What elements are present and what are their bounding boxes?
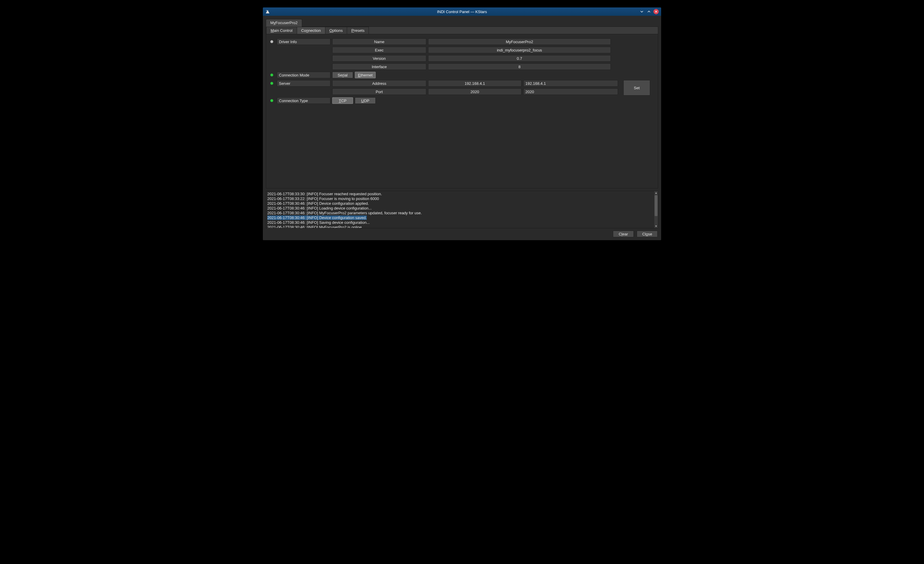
- server-row: Server AddressPort 192.168.4.12020 Set: [269, 80, 655, 96]
- app-window: INDI Control Panel — KStars MyFocuserPro…: [262, 7, 662, 240]
- app-icon: [265, 9, 270, 14]
- log-line: 2021-06-17T08:33:30: [INFO] Focuser reac…: [267, 192, 653, 196]
- server-led: [270, 82, 273, 85]
- connection-mode-row: Connection Mode SerialEthernet: [269, 72, 655, 78]
- driver-info-label: Name: [332, 38, 426, 45]
- log-line: 2021-06-17T08:30:46: [INFO] Device confi…: [267, 216, 653, 220]
- connection-type-row: Connection Type TCPUDP: [269, 98, 655, 104]
- device-tab-myfocuserpro2[interactable]: MyFocuserPro2: [266, 19, 302, 27]
- driver-info-label: Version: [332, 55, 426, 62]
- log-line: 2021-06-17T08:30:46: [INFO] MyFocuserPro…: [267, 225, 653, 228]
- close-button[interactable]: Close: [637, 231, 658, 237]
- server-value: 2020: [428, 88, 522, 95]
- driver-info-label: Interface: [332, 63, 426, 70]
- driver-info-value: 0.7: [428, 55, 611, 62]
- connection-mode-led: [270, 74, 273, 76]
- connection-type-udp-button[interactable]: UDP: [355, 98, 376, 104]
- connection-type-tcp-button[interactable]: TCP: [332, 98, 353, 104]
- log-line: 2021-06-17T08:30:46: [INFO] MyFocuserPro…: [267, 211, 653, 216]
- window-title: INDI Control Panel — KStars: [263, 9, 661, 14]
- log-scrollbar[interactable]: ▲ ▼: [654, 191, 658, 228]
- connection-mode-serial-button[interactable]: Serial: [332, 72, 353, 78]
- log-line: 2021-06-17T08:30:46: [INFO] Loading devi…: [267, 206, 653, 211]
- tab-main[interactable]: Main Control: [266, 27, 297, 34]
- tab-options[interactable]: Options: [325, 27, 347, 34]
- subtabs-bar: Main ControlConnectionOptionsPresets: [266, 27, 658, 34]
- log-panel: 2021-06-17T08:33:30: [INFO] Focuser reac…: [266, 191, 658, 228]
- minimize-button[interactable]: [639, 9, 645, 14]
- device-tabs: MyFocuserPro2: [266, 19, 658, 27]
- server-title: Server: [277, 80, 330, 87]
- server-address-input[interactable]: [524, 80, 618, 87]
- clear-button[interactable]: Clear: [613, 231, 634, 237]
- connection-mode-title: Connection Mode: [277, 72, 330, 78]
- window-controls: [639, 9, 661, 14]
- maximize-button[interactable]: [646, 9, 652, 14]
- scroll-up-icon[interactable]: ▲: [654, 191, 658, 195]
- scroll-track[interactable]: [654, 195, 658, 224]
- connection-panel: Driver Info NameExecVersionInterface MyF…: [266, 34, 658, 188]
- log-line: 2021-06-17T08:30:46: [INFO] Saving devic…: [267, 220, 653, 225]
- connection-type-title: Connection Type: [277, 98, 330, 104]
- log-line: 2021-06-17T08:33:22: [INFO] Focuser is m…: [267, 196, 653, 201]
- scroll-thumb[interactable]: [655, 195, 658, 216]
- server-port-input[interactable]: [524, 88, 618, 95]
- tab-connection[interactable]: Connection: [297, 27, 326, 34]
- server-label: Port: [332, 88, 426, 95]
- driver-info-value: MyFocuserPro2: [428, 38, 611, 45]
- server-set-button[interactable]: Set: [623, 80, 650, 96]
- footer: Clear Close: [266, 228, 658, 238]
- log-text[interactable]: 2021-06-17T08:33:30: [INFO] Focuser reac…: [266, 191, 654, 228]
- connection-type-led: [270, 99, 273, 102]
- titlebar[interactable]: INDI Control Panel — KStars: [263, 8, 661, 16]
- driver-info-value: 8: [428, 63, 611, 70]
- driver-info-value: indi_myfocuserpro2_focus: [428, 47, 611, 53]
- svg-point-1: [266, 10, 267, 11]
- driver-info-label: Exec: [332, 47, 426, 53]
- connection-mode-ethernet-button[interactable]: Ethernet: [355, 72, 376, 78]
- log-line: 2021-06-17T08:30:46: [INFO] Device confi…: [267, 201, 653, 206]
- close-window-button[interactable]: [653, 9, 659, 14]
- scroll-down-icon[interactable]: ▼: [654, 224, 658, 228]
- driver-info-title: Driver Info: [277, 38, 330, 45]
- tab-presets[interactable]: Presets: [347, 27, 369, 34]
- server-value: 192.168.4.1: [428, 80, 522, 87]
- server-label: Address: [332, 80, 426, 87]
- driver-info-led: [270, 40, 273, 43]
- client-area: MyFocuserPro2 Main ControlConnectionOpti…: [263, 16, 661, 240]
- server-set-label: Set: [634, 86, 640, 90]
- driver-info-row: Driver Info NameExecVersionInterface MyF…: [269, 38, 655, 70]
